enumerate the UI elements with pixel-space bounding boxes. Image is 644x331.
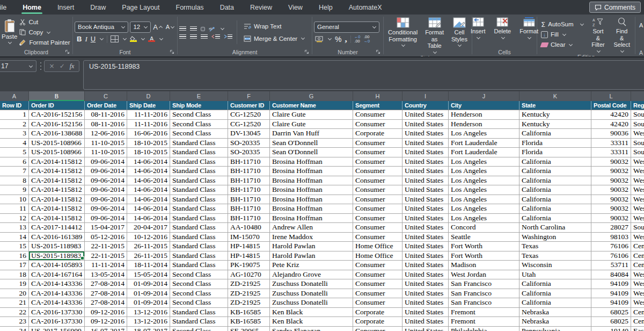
cell[interactable]: 42420 [591,120,631,129]
autosum-button[interactable]: Σ AutoSum [539,20,586,29]
cell[interactable]: US-2015-108966 [29,139,85,148]
cell[interactable]: Standard Class [170,148,228,157]
cell[interactable]: 19 [0,279,29,289]
clipboard-dialog-launcher[interactable] [65,49,70,54]
cell[interactable]: Darrin Van Huff [270,129,353,138]
bold-button[interactable]: B [77,35,82,43]
cell[interactable]: 24 [0,327,29,331]
cell[interactable]: Brosina Hoffman [270,157,353,167]
cell[interactable]: 28027 [591,223,631,232]
cell[interactable]: BH-11710 [228,167,270,176]
column-letter-A[interactable]: A [0,91,29,101]
cell[interactable]: Standard Class [170,204,228,213]
cell[interactable]: Los Angeles [449,195,519,204]
column-letter-M[interactable]: M [631,91,644,101]
cell[interactable]: PK-19075 [228,261,270,270]
cell[interactable]: United States [402,251,449,261]
cell[interactable]: Sean O'Donnell [270,139,353,148]
cell[interactable]: Consumer [353,139,402,148]
cell[interactable]: Consumer [353,289,402,298]
cell[interactable]: 09-06-2014 [85,185,127,195]
cell[interactable]: Consumer [353,195,402,204]
cell[interactable]: BH-11710 [228,176,270,185]
format-painter-button[interactable]: Format Painter [17,38,72,48]
cell[interactable]: United States [402,298,449,307]
cell[interactable]: AG-10270 [228,270,270,279]
cell[interactable]: 18-10-2015 [127,148,170,157]
cell[interactable]: 18 [0,270,29,279]
cell[interactable]: KB-16585 [228,308,270,317]
cell[interactable]: 53711 [591,261,631,270]
cell[interactable]: 14-06-2014 [127,185,170,195]
cell[interactable]: California [519,279,591,289]
cell[interactable]: Los Angeles [449,157,519,167]
cell[interactable]: Consumer [353,270,402,279]
cell[interactable]: Florida [519,148,591,157]
cell[interactable]: Concord [449,223,519,232]
cell[interactable]: 5 [0,148,29,157]
tab-home[interactable]: Home [21,0,42,15]
increase-decimal-button[interactable]: ←0.00 [354,35,361,44]
cell[interactable]: United States [402,176,449,185]
increase-font-size-button[interactable]: A [152,21,163,32]
cell[interactable]: CA-2014-143336 [29,289,85,298]
cell[interactable]: SO-20335 [228,148,270,157]
cell[interactable]: Fort Worth [449,251,519,261]
cancel-button[interactable]: × [49,62,55,70]
decrease-indent-button[interactable] [211,34,220,39]
cell[interactable]: Zuschuss Donatelli [270,298,353,307]
cell[interactable]: West [631,270,644,279]
cell[interactable]: 26-11-2015 [127,242,170,251]
cell[interactable]: West [631,185,644,195]
number-dialog-launcher[interactable] [376,49,380,54]
cell[interactable]: 10-12-2016 [127,233,170,242]
cell[interactable]: 90032 [591,176,631,185]
cell[interactable]: United States [402,157,449,167]
cell[interactable]: Pete Kriz [270,261,353,270]
decrease-font-size-button[interactable]: A [165,21,175,32]
tab-insert[interactable]: Insert [56,0,75,15]
fill-color-button[interactable] [130,36,137,42]
cell[interactable]: Brosina Hoffman [270,176,353,185]
cell[interactable]: CA-2014-143336 [29,298,85,307]
cell[interactable]: 11-10-2015 [85,139,127,148]
fill-button[interactable]: ↓ Fill [539,30,586,39]
font-dialog-launcher[interactable] [170,49,174,54]
cell[interactable]: Consumer [353,298,402,307]
increase-indent-button[interactable] [224,34,232,39]
insert-function-button[interactable]: fx [70,62,75,70]
cell[interactable]: BH-11710 [228,185,270,195]
cell[interactable]: 08-11-2016 [85,110,127,119]
cell[interactable]: Home Office [353,242,402,251]
cell[interactable]: San Francisco [449,298,519,307]
cell[interactable]: United States [402,317,449,326]
cell[interactable]: 22-11-2015 [85,242,127,251]
cell[interactable]: Standard Class [170,139,228,148]
cell[interactable]: 90032 [591,167,631,176]
font-name-select[interactable]: Book Antiqua [75,21,128,33]
cell[interactable]: 22-11-2015 [85,251,127,261]
column-letter-G[interactable]: G [270,91,353,101]
cell[interactable]: South [631,110,644,119]
cell[interactable]: 09-06-2014 [85,167,127,176]
align-center-button[interactable] [190,34,197,39]
cell[interactable]: California [519,298,591,307]
cell[interactable]: 09-06-2014 [85,176,127,185]
cell[interactable]: Standard Class [170,233,228,242]
cell[interactable]: Irene Maddox [270,233,353,242]
cell[interactable]: Corporate [353,129,402,138]
cell[interactable]: 18-11-2014 [127,261,170,270]
cell[interactable]: Consumer [353,204,402,213]
cell[interactable]: Second Class [170,120,228,129]
cell[interactable]: Florida [519,139,591,148]
cell[interactable]: 90032 [591,204,631,213]
cell[interactable]: Consumer [353,279,402,289]
table-header-cell[interactable]: Region [631,101,644,110]
cell[interactable]: Consumer [353,223,402,232]
cell[interactable]: Claire Gute [270,120,353,129]
cell[interactable]: 13-12-2016 [127,317,170,326]
cell[interactable]: CA-2014-115812 [29,204,85,213]
cell[interactable]: Los Angeles [449,176,519,185]
cell[interactable]: 4 [0,139,29,148]
column-letter-L[interactable]: L [591,91,631,101]
